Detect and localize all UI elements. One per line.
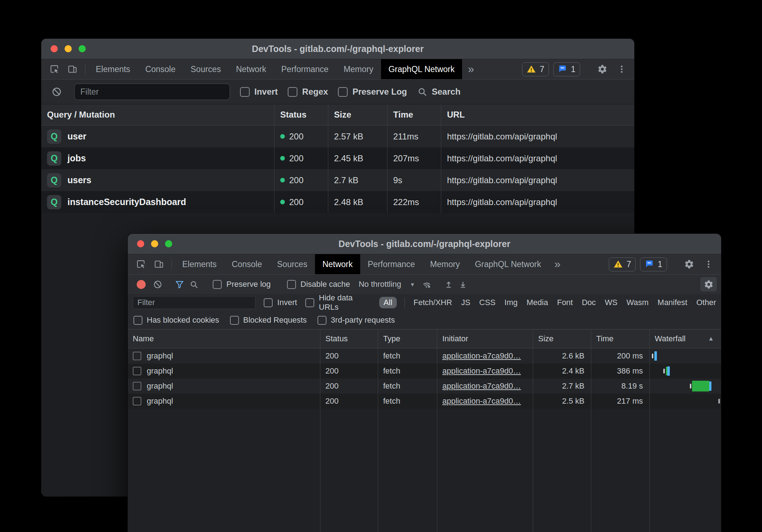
type-filter-font[interactable]: Font bbox=[557, 298, 573, 307]
column-header-query-mutation[interactable]: Query / Mutation bbox=[41, 104, 274, 125]
record-button[interactable] bbox=[137, 280, 146, 289]
type-filter-manifest[interactable]: Manifest bbox=[658, 298, 687, 307]
type-filter-doc[interactable]: Doc bbox=[582, 298, 596, 307]
minimize-button[interactable] bbox=[151, 240, 158, 247]
type-filter-img[interactable]: Img bbox=[504, 298, 518, 307]
preserve-log-checkbox[interactable]: Preserve Log bbox=[338, 87, 407, 97]
tab-memory[interactable]: Memory bbox=[336, 59, 381, 79]
more-options-kebab-icon[interactable] bbox=[614, 62, 629, 77]
maximize-button[interactable] bbox=[165, 240, 172, 247]
hide-data-urls-checkbox[interactable]: Hide data URLs bbox=[305, 293, 372, 312]
row-checkbox[interactable] bbox=[133, 382, 141, 390]
column-header-name[interactable]: Name bbox=[128, 329, 320, 348]
tab-network[interactable]: Network bbox=[315, 254, 360, 274]
close-button[interactable] bbox=[51, 45, 58, 52]
request-row-graphql-4[interactable]: graphql200fetchapplication-a7ca9d0…2.5 k… bbox=[128, 394, 721, 409]
tab-console[interactable]: Console bbox=[138, 59, 183, 79]
initiator-link[interactable]: application-a7ca9d0… bbox=[442, 366, 521, 376]
column-header-size[interactable]: Size bbox=[328, 104, 387, 125]
row-checkbox[interactable] bbox=[133, 397, 141, 405]
issues-badge[interactable]: 1 bbox=[640, 257, 667, 271]
network-request-table: NameStatusTypeInitiatorSizeTimeWaterfall… bbox=[128, 329, 721, 532]
regex-checkbox[interactable]: Regex bbox=[288, 87, 328, 97]
warnings-badge[interactable]: 7 bbox=[609, 257, 636, 271]
more-tabs-chevron[interactable]: » bbox=[549, 254, 566, 274]
tab-performance[interactable]: Performance bbox=[274, 59, 336, 79]
initiator-link[interactable]: application-a7ca9d0… bbox=[442, 381, 521, 391]
request-row-graphql-3[interactable]: graphql200fetchapplication-a7ca9d0…2.7 k… bbox=[128, 379, 721, 394]
tab-memory[interactable]: Memory bbox=[423, 254, 467, 274]
filter-funnel-icon[interactable] bbox=[172, 277, 187, 291]
clear-icon[interactable] bbox=[49, 84, 64, 99]
column-header-size[interactable]: Size bbox=[533, 329, 591, 348]
3rd-party-requests-checkbox[interactable]: 3rd-party requests bbox=[318, 315, 395, 325]
checkbox-box bbox=[133, 316, 142, 325]
column-header-status[interactable]: Status bbox=[274, 104, 328, 125]
query-row-user[interactable]: Quser2002.57 kB211mshttps://gitlab.com/a… bbox=[41, 125, 634, 147]
inspect-element-icon[interactable] bbox=[47, 62, 62, 77]
type-filter-fetch-xhr[interactable]: Fetch/XHR bbox=[414, 298, 452, 307]
filter-input[interactable] bbox=[74, 84, 230, 100]
has-blocked-cookies-checkbox[interactable]: Has blocked cookies bbox=[133, 315, 219, 325]
row-checkbox[interactable] bbox=[133, 367, 141, 375]
network-settings-gear-icon[interactable] bbox=[700, 277, 717, 291]
query-row-jobs[interactable]: Qjobs2002.45 kB207mshttps://gitlab.com/a… bbox=[41, 147, 634, 169]
type-filter-js[interactable]: JS bbox=[461, 298, 470, 307]
tab-graphql-network[interactable]: GraphQL Network bbox=[467, 254, 549, 274]
clear-icon[interactable] bbox=[150, 277, 165, 291]
inspect-element-icon[interactable] bbox=[133, 257, 149, 272]
type-filter-wasm[interactable]: Wasm bbox=[626, 298, 649, 307]
tab-sources[interactable]: Sources bbox=[269, 254, 315, 274]
maximize-button[interactable] bbox=[79, 45, 86, 52]
tab-network[interactable]: Network bbox=[229, 59, 274, 79]
preserve-log-checkbox[interactable]: Preserve log bbox=[213, 280, 271, 289]
tab-sources[interactable]: Sources bbox=[183, 59, 228, 79]
query-row-users[interactable]: Qusers2002.7 kB9shttps://gitlab.com/api/… bbox=[41, 169, 634, 191]
export-har-icon[interactable] bbox=[456, 277, 470, 291]
type-filter-all[interactable]: All bbox=[379, 297, 396, 308]
initiator-link[interactable]: application-a7ca9d0… bbox=[442, 351, 521, 361]
throttling-select[interactable]: No throttling ▼ bbox=[359, 280, 415, 289]
settings-gear-icon[interactable] bbox=[595, 62, 610, 77]
type-filter-other[interactable]: Other bbox=[696, 298, 716, 307]
import-har-icon[interactable] bbox=[441, 277, 456, 291]
tab-console[interactable]: Console bbox=[224, 254, 269, 274]
tab-elements[interactable]: Elements bbox=[88, 59, 138, 79]
minimize-button[interactable] bbox=[65, 45, 72, 52]
more-tabs-chevron[interactable]: » bbox=[462, 59, 480, 79]
warnings-badge[interactable]: 7 bbox=[522, 62, 549, 76]
initiator-link[interactable]: application-a7ca9d0… bbox=[442, 396, 521, 406]
column-header-waterfall[interactable]: Waterfall▲ bbox=[650, 329, 721, 348]
disable-cache-checkbox[interactable]: Disable cache bbox=[287, 280, 350, 289]
column-header-time[interactable]: Time bbox=[591, 329, 650, 348]
tab-graphql-network[interactable]: GraphQL Network bbox=[381, 59, 462, 79]
search-button[interactable]: Search bbox=[417, 86, 460, 97]
type-filter-media[interactable]: Media bbox=[527, 298, 548, 307]
column-header-status[interactable]: Status bbox=[320, 329, 378, 348]
device-toolbar-icon[interactable] bbox=[151, 257, 166, 272]
request-row-graphql-2[interactable]: graphql200fetchapplication-a7ca9d0…2.4 k… bbox=[128, 364, 721, 379]
column-header-initiator[interactable]: Initiator bbox=[437, 329, 533, 348]
search-icon[interactable] bbox=[187, 277, 201, 291]
query-row-instancesecuritydashboard[interactable]: QinstanceSecurityDashboard2002.48 kB222m… bbox=[41, 191, 634, 213]
filter-input[interactable] bbox=[133, 296, 255, 309]
device-toolbar-icon[interactable] bbox=[65, 62, 80, 77]
column-header-url[interactable]: URL bbox=[441, 104, 634, 125]
invert-checkbox[interactable]: Invert bbox=[264, 298, 297, 307]
blocked-requests-checkbox[interactable]: Blocked Requests bbox=[230, 315, 307, 325]
column-header-time[interactable]: Time bbox=[387, 104, 441, 125]
close-button[interactable] bbox=[137, 240, 144, 247]
column-header-type[interactable]: Type bbox=[378, 329, 437, 348]
status-ok-dot bbox=[280, 178, 285, 182]
settings-gear-icon[interactable] bbox=[682, 257, 697, 272]
tab-elements[interactable]: Elements bbox=[175, 254, 224, 274]
tab-performance[interactable]: Performance bbox=[360, 254, 423, 274]
row-checkbox[interactable] bbox=[133, 352, 141, 360]
more-options-kebab-icon[interactable] bbox=[701, 257, 716, 272]
network-conditions-icon[interactable] bbox=[419, 277, 434, 291]
invert-checkbox[interactable]: Invert bbox=[240, 87, 278, 97]
request-row-graphql-1[interactable]: graphql200fetchapplication-a7ca9d0…2.6 k… bbox=[128, 348, 721, 364]
type-filter-ws[interactable]: WS bbox=[605, 298, 617, 307]
issues-badge[interactable]: 1 bbox=[553, 62, 580, 76]
type-filter-css[interactable]: CSS bbox=[479, 298, 495, 307]
